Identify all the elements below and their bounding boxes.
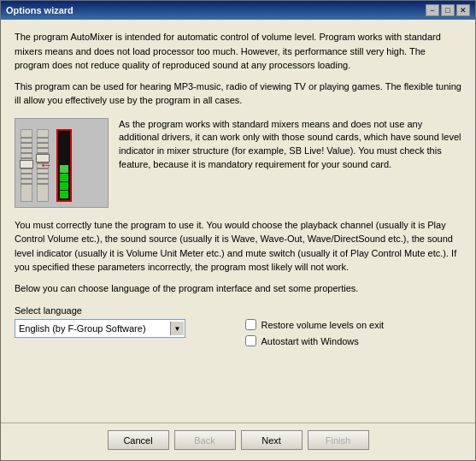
mixer-section: ← As the program works with standard mix… [15,118,461,208]
checkboxes-section: Restore volume levels on exit Autostart … [245,305,462,346]
language-section: Select language English (by F-Group Soft… [15,305,232,346]
main-content: The program AutoMixer is intended for au… [1,20,475,423]
language-select[interactable]: English (by F-Group Software) Russian Ge… [15,319,185,338]
paragraph4: Below you can choose language of the pro… [15,281,461,296]
autostart-row: Autostart with Windows [245,335,462,346]
maximize-button[interactable]: □ [441,4,455,16]
finish-button[interactable]: Finish [308,430,369,450]
language-label: Select language [15,305,232,316]
restore-volume-label: Restore volume levels on exit [262,320,385,330]
options-wizard-window: Options wizard − □ ✕ The program AutoMix… [0,0,476,461]
restore-volume-checkbox[interactable] [245,319,256,330]
mixer-image: ← [15,118,109,208]
button-bar: Cancel Back Next Finish [1,423,475,460]
minimize-button[interactable]: − [426,4,439,16]
mixer-description: As the program works with standard mixer… [119,118,461,173]
next-button[interactable]: Next [241,430,303,450]
paragraph2: This program can be used for hearing MP3… [15,80,461,108]
paragraph1: The program AutoMixer is intended for au… [15,30,461,73]
paragraph3: You must correctly tune the program to u… [15,218,461,275]
autostart-label: Autostart with Windows [262,336,359,346]
back-button[interactable]: Back [174,430,236,450]
options-section: Select language English (by F-Group Soft… [15,305,461,346]
title-bar: Options wizard − □ ✕ [1,1,475,20]
restore-volume-row: Restore volume levels on exit [245,319,462,330]
cancel-button[interactable]: Cancel [108,430,169,450]
autostart-checkbox[interactable] [245,335,256,346]
language-select-wrapper: English (by F-Group Software) Russian Ge… [15,319,185,338]
close-button[interactable]: ✕ [456,4,470,16]
title-bar-controls: − □ ✕ [426,4,470,16]
window-title: Options wizard [6,5,73,15]
